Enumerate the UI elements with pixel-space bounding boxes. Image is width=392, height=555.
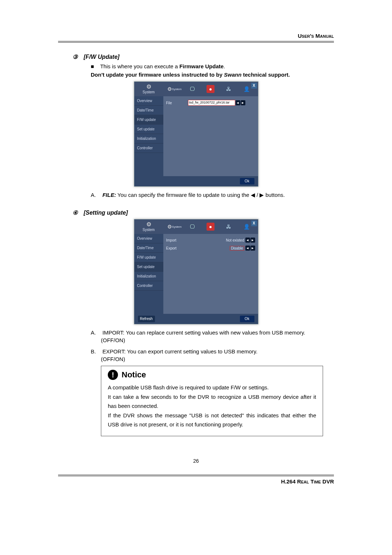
set-marker: ④ [73,209,82,216]
ok-button[interactable]: Ok [240,316,254,322]
letter-a-end: buttons. [264,192,285,198]
import-next-button[interactable]: ► [250,238,255,243]
dvr-screenshot-set: X ⚙ System ⚙System 🖵 ● 🖧 👤 Overview Date… [134,219,258,324]
section-set-title: ④ [Setting update] [73,209,334,216]
system-top-label: System [134,90,163,94]
dvr-screenshot-fw: X ⚙ System ⚙System 🖵 ● 🖧 👤 Overview Date… [134,81,258,187]
square-bullet-icon: ■ [91,63,99,69]
export-value[interactable]: Disable [230,246,244,251]
set-a-onoff: (OFF/ON) [101,337,334,343]
fw-bullet-text-1: This is where you can execute a [100,63,179,69]
system-top-left: ⚙ System [134,82,163,96]
dvr-sidebar: Overview Date/Time F/W update Set update… [134,234,163,314]
file-input[interactable]: tsd_fw_20100722_phr16.tar [188,100,235,106]
notice-line1: A compatible USB flash drive is required… [108,383,316,392]
export-next-button[interactable]: ► [250,246,255,251]
top-icon-record[interactable]: ● [207,223,215,231]
fw-bullet-suffix: . [224,63,225,69]
right-triangle-icon: ▶ [260,192,264,198]
notice-line3: If the DVR shows the message "USB is not… [108,411,316,429]
top-icon-user[interactable]: 👤 [243,223,251,231]
left-triangle-icon: ◀ [251,192,255,198]
fw-warn-suffix: technical support. [241,72,290,78]
sidebar-item-initialization[interactable]: Initialization [134,134,163,143]
sidebar-item-datetime[interactable]: Date/Time [134,243,163,253]
notice-heading: Notice [122,370,146,380]
top-icon-system[interactable]: ⚙System [170,85,178,93]
sidebar-item-datetime[interactable]: Date/Time [134,106,163,115]
set-a-label: A. [91,329,101,336]
sidebar-item-controller[interactable]: Controller [134,281,163,291]
sidebar-item-overview[interactable]: Overview [134,234,163,243]
letter-a-text: You can specify the firmware file to upd… [116,192,251,198]
set-title-text: [Setting update] [83,210,128,216]
file-prev-button[interactable]: ◄ [236,100,240,105]
top-icon-system[interactable]: ⚙System [170,223,178,231]
file-italic: FILE: [102,192,116,198]
close-icon[interactable]: X [251,220,257,226]
sidebar-item-setupdate[interactable]: Set update [134,125,163,134]
import-prev-button[interactable]: ◄ [245,238,250,243]
export-prev-button[interactable]: ◄ [245,246,250,251]
top-icon-record[interactable]: ● [207,85,215,93]
file-label: File [166,101,188,105]
set-b-onoff: (OFF/ON) [101,356,334,362]
header-right: User's Manual [58,33,334,42]
top-icon-display[interactable]: 🖵 [188,85,196,93]
dvr-main-panel: File tsd_fw_20100722_phr16.tar◄► [163,96,258,176]
export-label: Export [166,246,188,250]
footer-right: H.264 Real Time DVR [58,475,334,485]
letter-a-label: A. [91,192,101,198]
fw-bullet: ■ This is where you can execute a Firmwa… [91,63,334,69]
dvr-top-bar: ⚙ System ⚙System 🖵 ● 🖧 👤 [134,82,258,96]
dvr-sidebar: Overview Date/Time F/W update Set update… [134,96,163,176]
top-icon-network[interactable]: 🖧 [225,85,233,93]
sidebar-item-fwupdate[interactable]: F/W update [134,115,163,125]
top-icon-user[interactable]: 👤 [243,85,251,93]
fw-marker: ③ [73,53,82,60]
system-top-label: System [134,228,163,232]
page-number: 26 [58,458,334,464]
fw-warning: Don't update your firmware unless instru… [91,72,334,78]
fw-warn-prefix: Don't update your firmware unless instru… [91,72,224,78]
fw-letter-a: A. FILE: You can specify the firmware fi… [91,192,334,198]
set-letter-b: B. EXPORT: You can export current settin… [91,348,334,355]
top-icon-network[interactable]: 🖧 [225,223,233,231]
gear-icon: ⚙ [146,84,151,90]
fw-bullet-bold: Firmware Update [179,63,224,69]
refresh-button[interactable]: Refresh [138,316,155,322]
fw-title-text: [F/W Update] [83,54,119,60]
import-value: Not existed [188,238,245,242]
ok-button[interactable]: Ok [240,178,254,185]
gear-icon: ⚙ [146,221,151,227]
notice-box: ! Notice A compatible USB flash drive is… [101,366,323,436]
slash: / [255,192,260,198]
section-fw-title: ③ [F/W Update] [73,53,334,60]
import-label: Import [166,238,188,242]
fw-warn-swann: Swann [224,72,241,78]
set-b-label: B. [91,348,101,355]
sidebar-item-overview[interactable]: Overview [134,96,163,106]
dvr-main-panel: Import Not existed ◄► Export Disable ◄► [163,234,258,314]
notice-icon: ! [108,370,118,380]
set-b-text: EXPORT: You can export current setting v… [102,348,257,355]
top-icon-display[interactable]: 🖵 [188,223,196,231]
system-top-left: ⚙ System [134,219,163,234]
sidebar-item-initialization[interactable]: Initialization [134,272,163,281]
dvr-top-bar: ⚙ System ⚙System 🖵 ● 🖧 👤 [134,219,258,234]
file-next-button[interactable]: ► [241,100,245,105]
sidebar-item-setupdate[interactable]: Set update [134,262,163,272]
sidebar-item-fwupdate[interactable]: F/W update [134,253,163,262]
close-icon[interactable]: X [251,83,257,89]
notice-line2: It can take a few seconds to for the DVR… [108,392,316,411]
set-letter-a: A. IMPORT: You can replace current setti… [91,329,334,336]
set-a-text: IMPORT: You can replace current setting … [102,329,305,336]
sidebar-item-controller[interactable]: Controller [134,143,163,153]
